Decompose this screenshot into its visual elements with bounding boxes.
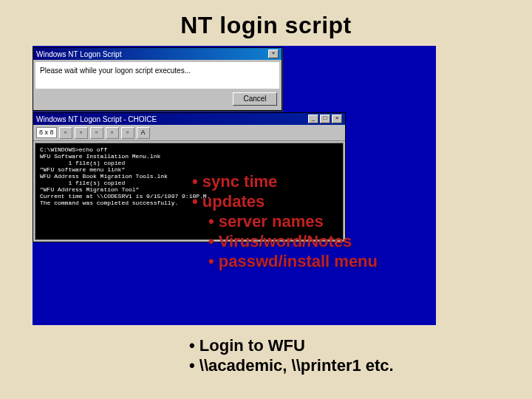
bullet-login-wfu: Login to WFU <box>189 335 394 355</box>
minimize-icon[interactable]: _ <box>308 115 318 123</box>
console-title: Windows NT Logon Script - CHOICE <box>36 115 157 123</box>
maximize-icon[interactable]: □ <box>320 115 330 123</box>
dialog-footer: Cancel <box>33 91 282 110</box>
toolbar-button[interactable]: ▫ <box>90 127 103 139</box>
toolbar-button[interactable]: ▫ <box>106 127 119 139</box>
dialog-titlebar: Windows NT Logon Script × <box>33 48 282 60</box>
bullet-academic-printer: \\academic, \\printer1 etc. <box>189 355 394 375</box>
dialog-message: Please wait while your logon script exec… <box>35 62 279 89</box>
bullet-virus-word-notes: Virus/word/Notes <box>192 231 378 251</box>
close-icon[interactable]: × <box>268 50 279 58</box>
close-icon[interactable]: × <box>332 115 342 123</box>
bullet-updates: updates <box>192 191 378 211</box>
toolbar-button[interactable]: ▫ <box>121 127 134 139</box>
bullet-server-names: server names <box>192 211 378 231</box>
bullet-list-overlay: sync time updates server names Virus/wor… <box>192 171 378 271</box>
bullet-passwd-install: passwd/install menu <box>192 251 378 271</box>
console-titlebar: Windows NT Logon Script - CHOICE _ □ × <box>33 113 345 125</box>
cancel-button[interactable]: Cancel <box>233 92 277 106</box>
font-button[interactable]: A <box>137 127 150 139</box>
bullet-sync-time: sync time <box>192 171 378 191</box>
toolbar-button[interactable]: ▫ <box>59 127 72 139</box>
bullet-list-bottom: Login to WFU \\academic, \\printer1 etc. <box>189 335 394 375</box>
dialog-title: Windows NT Logon Script <box>36 50 121 58</box>
toolbar-button[interactable]: ▫ <box>75 127 88 139</box>
font-size-select[interactable]: 8 x 8 <box>36 127 57 138</box>
console-toolbar: 8 x 8 ▫ ▫ ▫ ▫ ▫ A <box>33 125 345 141</box>
slide-title: NT login script <box>0 0 532 39</box>
logon-script-dialog: Windows NT Logon Script × Please wait wh… <box>33 47 282 111</box>
